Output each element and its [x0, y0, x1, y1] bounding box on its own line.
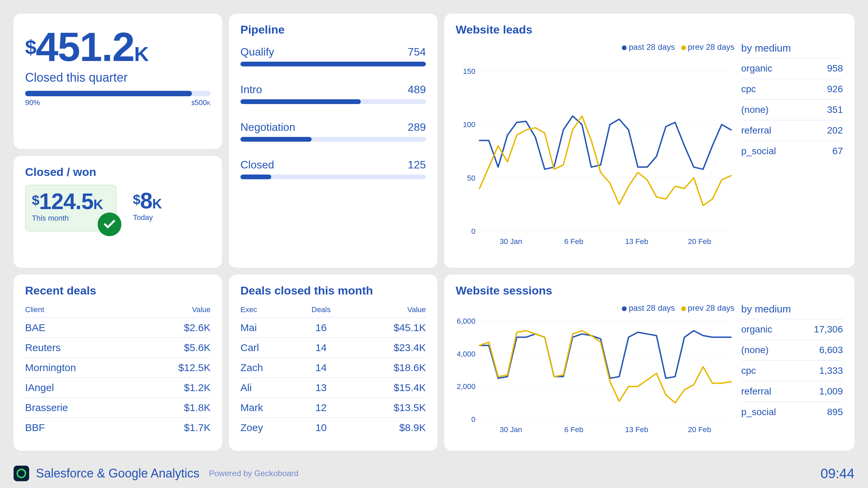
medium-row: organic17,306 [741, 319, 843, 340]
medium-value: 1,009 [819, 386, 843, 397]
cell-exec: Carl [240, 338, 297, 358]
svg-text:13 Feb: 13 Feb [625, 237, 648, 246]
sessions-title: Website sessions [456, 284, 843, 297]
cell-value: $13.5K [345, 398, 426, 418]
svg-text:150: 150 [463, 67, 475, 76]
medium-name: (none) [741, 345, 769, 355]
closed-won-today: $8K Today [127, 185, 218, 230]
medium-name: (none) [741, 104, 769, 115]
pipeline-count: 125 [408, 159, 426, 171]
pipeline-row: Closed125 [240, 159, 426, 179]
medium-name: p_social [741, 146, 776, 157]
cell-exec: Zach [240, 358, 297, 378]
svg-text:4,000: 4,000 [457, 350, 475, 358]
table-row: Mornington$12.5K [25, 358, 211, 378]
cell-exec: Mark [240, 398, 297, 418]
cell-value: $8.9K [345, 418, 426, 438]
medium-row: (none)351 [741, 99, 843, 120]
table-row: Zoey10$8.9K [240, 418, 426, 438]
pipeline-row: Negotiation289 [240, 121, 426, 142]
cell-value: $18.6K [345, 358, 426, 378]
cell-value: $2.6K [139, 318, 211, 338]
medium-value: 202 [827, 125, 843, 136]
pipeline-count: 489 [408, 83, 426, 96]
pipeline-count: 754 [408, 46, 426, 58]
pipeline-stage: Closed [240, 159, 274, 171]
svg-text:50: 50 [467, 174, 476, 182]
sessions-by-medium-title: by medium [741, 303, 843, 315]
quarter-amount: $451.2K [25, 26, 211, 67]
sessions-by-medium: by medium organic17,306(none)6,603cpc1,3… [741, 303, 843, 440]
pipeline-row: Qualify754 [240, 46, 426, 66]
medium-row: p_social895 [741, 402, 843, 422]
sessions-chart: past 28 days prev 28 days 02,0004,0006,0… [456, 303, 734, 440]
cell-deals: 16 [297, 318, 345, 338]
medium-value: 926 [827, 84, 843, 95]
table-row: Mai16$45.1K [240, 318, 426, 338]
medium-row: (none)6,603 [741, 340, 843, 360]
table-row: IAngel$1.2K [25, 378, 211, 398]
leads-by-medium-title: by medium [741, 42, 843, 54]
cell-exec: Mai [240, 318, 297, 338]
medium-value: 67 [832, 146, 843, 157]
medium-row: referral202 [741, 120, 843, 141]
svg-text:100: 100 [463, 120, 475, 129]
medium-row: p_social67 [741, 141, 843, 161]
clock: 09:44 [821, 466, 854, 481]
svg-text:20 Feb: 20 Feb [688, 425, 711, 434]
cell-value: $45.1K [345, 318, 426, 338]
execs-title: Deals closed this month [240, 284, 426, 297]
quarter-prefix: $ [25, 36, 36, 59]
svg-text:30 Jan: 30 Jan [500, 425, 522, 434]
cell-value: $1.8K [139, 398, 211, 418]
medium-name: p_social [741, 407, 776, 418]
dashboard-grid: $451.2K Closed this quarter 90% $500K Cl… [14, 14, 854, 454]
cell-value: $5.6K [139, 338, 211, 358]
geckoboard-logo-icon [14, 466, 29, 481]
cell-client: Brasserie [25, 398, 139, 418]
svg-text:6,000: 6,000 [457, 317, 475, 325]
cell-value: $23.4K [345, 338, 426, 358]
pipeline-stage: Negotiation [240, 121, 295, 134]
cell-deals: 13 [297, 378, 345, 398]
closed-won-month: $124.5K This month [25, 185, 117, 231]
table-row: Brasserie$1.8K [25, 398, 211, 418]
medium-value: 351 [827, 104, 843, 115]
execs-table: Exec Deals Value Mai16$45.1KCarl14$23.4K… [240, 303, 426, 438]
medium-row: cpc1,333 [741, 360, 843, 381]
medium-row: referral1,009 [741, 381, 843, 402]
card-recent-deals: Recent deals Client Value BAE$2.6KReuter… [14, 274, 222, 451]
col-client: Client [25, 303, 139, 318]
medium-name: organic [741, 324, 772, 335]
powered-by: Powered by Geckoboard [209, 469, 298, 478]
medium-value: 1,333 [819, 365, 843, 376]
cell-value: $12.5K [139, 358, 211, 378]
table-row: Reuters$5.6K [25, 338, 211, 358]
cell-deals: 14 [297, 358, 345, 378]
medium-value: 958 [827, 63, 843, 74]
medium-name: referral [741, 125, 771, 136]
footer: Salesforce & Google Analytics Powered by… [14, 466, 854, 481]
medium-row: cpc926 [741, 79, 843, 99]
cell-value: $1.7K [139, 418, 211, 438]
leads-title: Website leads [456, 23, 843, 36]
pipeline-stage: Intro [240, 83, 262, 96]
quarter-progress-right: $500K [192, 98, 211, 107]
medium-row: organic958 [741, 58, 843, 79]
col-exec: Exec [240, 303, 297, 318]
svg-text:13 Feb: 13 Feb [625, 425, 648, 434]
cell-client: Mornington [25, 358, 139, 378]
table-row: BBF$1.7K [25, 418, 211, 438]
cell-client: Reuters [25, 338, 139, 358]
cell-client: BBF [25, 418, 139, 438]
svg-text:6 Feb: 6 Feb [564, 425, 583, 434]
dashboard-title: Salesforce & Google Analytics [36, 466, 199, 481]
recent-deals-title: Recent deals [25, 284, 211, 297]
pipeline-stage: Qualify [240, 46, 274, 58]
medium-value: 895 [827, 407, 843, 418]
card-closed-this-quarter: $451.2K Closed this quarter 90% $500K [14, 14, 222, 149]
recent-deals-table: Client Value BAE$2.6KReuters$5.6KMorning… [25, 303, 211, 438]
closed-won-title: Closed / won [25, 165, 211, 179]
leads-chart: past 28 days prev 28 days 05010015030 Ja… [456, 42, 734, 263]
card-website-sessions: Website sessions past 28 days prev 28 da… [444, 274, 854, 451]
